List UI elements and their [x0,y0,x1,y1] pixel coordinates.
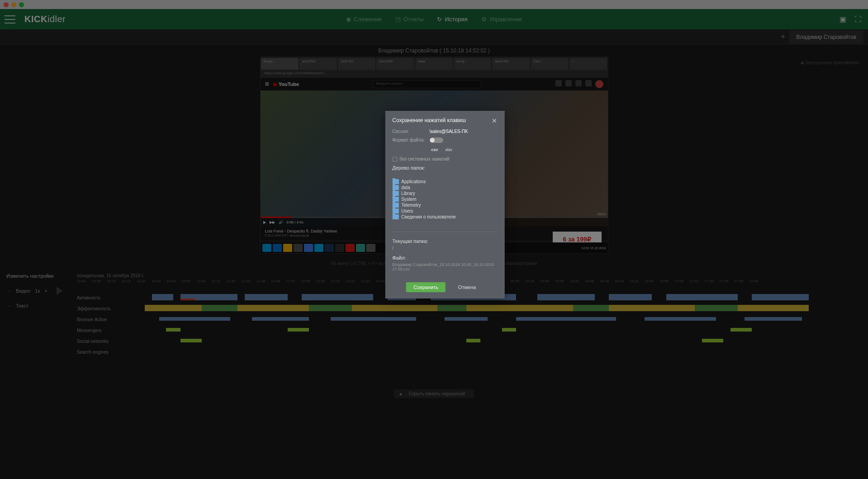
save-keystrokes-modal: Сохранение нажатий клавиш ✕ Сессия: \sal… [385,111,504,299]
current-folder-value: / [392,246,497,251]
close-icon[interactable]: ✕ [492,117,497,124]
folder-icon [392,191,398,196]
folder-icon [392,203,398,208]
tree-item[interactable]: System [392,196,497,202]
no-sys-checkbox[interactable] [392,157,397,161]
tree-item[interactable]: Telemetry [392,202,497,208]
tree-item[interactable]: data [392,185,497,190]
tree-item[interactable]: Applications [392,179,497,185]
folder-tree: ApplicationsdataLibrarySystemTelemetryUs… [392,175,497,223]
tree-item[interactable]: Library [392,190,497,196]
save-button[interactable]: Сохранить [406,282,446,292]
folder-icon [392,179,398,184]
folder-icon [392,214,398,219]
session-label: Сессия: [392,129,425,134]
tree-label: Дерево папок: [392,165,497,171]
format-label: Формат файла: [392,138,425,143]
modal-title: Сохранение нажатий клавиш [392,117,466,124]
tree-item[interactable]: Сведения о пользователе [392,214,497,220]
file-label: Файл: [392,255,497,261]
file-value: Владимир Старовойтов_15.10.2018 10.00_15… [392,262,497,271]
cancel-button[interactable]: Отмена [451,282,483,292]
session-value: \sales@SALES-ПК [429,129,468,134]
tree-item[interactable]: Users [392,208,497,214]
no-sys-label: без системных нажатий [399,157,449,161]
format-xlsx[interactable]: xlsx [443,147,454,153]
format-toggle[interactable] [429,138,443,143]
current-folder-label: Текущая папка: [392,232,497,244]
folder-icon [392,197,398,202]
folder-icon [392,209,398,213]
folder-icon [392,185,398,190]
format-csv[interactable]: csv [429,147,440,153]
